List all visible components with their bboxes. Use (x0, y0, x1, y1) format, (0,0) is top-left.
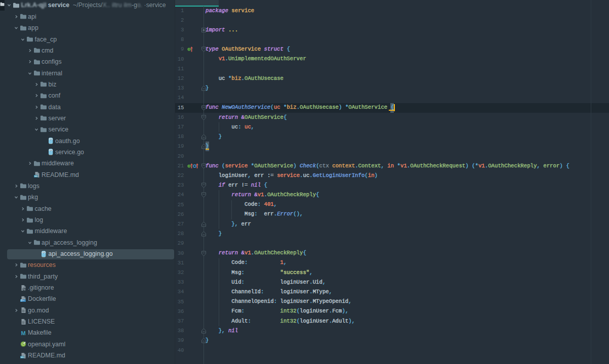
svg-text:M: M (21, 330, 25, 336)
svg-text:MD: MD (20, 356, 24, 358)
svg-text:MD: MD (34, 175, 37, 177)
